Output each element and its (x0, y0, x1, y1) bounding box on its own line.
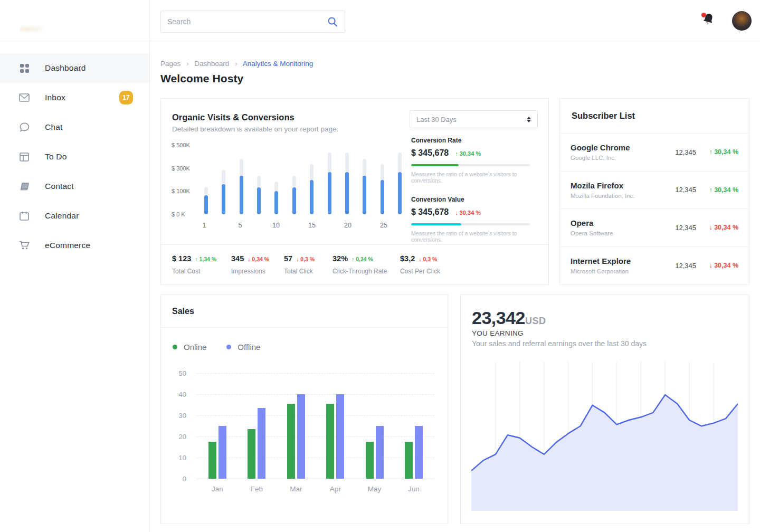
sales-legend: Online Offline (173, 343, 260, 352)
stat-impressions: 345↓ 0,34 % Impressions (231, 254, 284, 275)
breadcrumb-dashboard[interactable]: Dashboard (194, 60, 229, 68)
earnings-card: 23,342 USD YOU EARNING Your sales and re… (460, 294, 749, 524)
organic-visits-card: Organic Visits & Conversions Detailed br… (160, 98, 549, 285)
calendar-icon (19, 211, 30, 221)
y-axis-labels: $ 500K$ 300K$ 100K$ 0 K (172, 145, 199, 214)
date-range-select[interactable]: Last 30 Days (410, 110, 538, 128)
subscriber-delta: ↑ 30,34 % (705, 148, 738, 156)
sidebar-item-chat[interactable]: Chat (0, 112, 149, 142)
logo-zone (0, 0, 150, 42)
sidebar-item-label: Dashboard (45, 63, 86, 73)
inbox-badge: 17 (119, 91, 133, 104)
subscriber-count: 12,345 (675, 262, 696, 270)
metric-value: $ 345,678 (411, 148, 449, 158)
sidebar-item-label: To Do (45, 152, 67, 162)
stats-row: $ 123↑ 1,34 % Total Cost 345↓ 0,34 % Imp… (172, 254, 542, 275)
x-axis-labels: JanFebMarAprMayJun (197, 485, 434, 493)
legend-online[interactable]: Online (173, 343, 206, 352)
notifications-button[interactable] (702, 13, 718, 30)
earnings-amount: 23,342 (472, 308, 525, 328)
earnings-amount-row: 23,342 USD (472, 308, 546, 328)
card-title: Sales (172, 307, 194, 316)
chat-bubble-icon (19, 122, 30, 132)
search-input[interactable] (161, 11, 327, 32)
breadcrumb: Pages › Dashboard › Analytics & Monitori… (160, 60, 313, 68)
earnings-label: YOU EARNING (472, 329, 524, 337)
page-title: Welcome Hosty (160, 72, 243, 85)
subscriber-row[interactable]: Mozila FirefoxMozilla Foundation, Inc. 1… (560, 172, 749, 210)
subscriber-count: 12,345 (675, 186, 696, 194)
card-title: Subscriber List (572, 111, 635, 121)
card-subtitle: Detailed breakdown is available on your … (172, 125, 338, 133)
conversion-metrics: Conversion Rate $ 345,678 ↑ 30,34 % Meas… (411, 137, 539, 255)
subscriber-row[interactable]: OperaOpera Software 12,345 ↓ 30,34 % (560, 209, 749, 247)
card-title: Organic Visits & Conversions (172, 112, 294, 122)
sidebar-item-inbox[interactable]: Inbox 17 (0, 83, 149, 112)
earnings-currency: USD (525, 316, 546, 327)
x-axis-labels: 1510152025 (204, 222, 402, 230)
sales-card: Sales Online Offline 50403020100 JanFebM… (160, 294, 448, 524)
sidebar-item-ecommerce[interactable]: eCommerce (0, 231, 149, 260)
earnings-caption: Your sales and referral earnings over th… (472, 339, 647, 348)
legend-dot-icon (226, 345, 231, 349)
subscriber-count: 12,345 (675, 148, 696, 156)
bars-area (204, 148, 402, 214)
metric-value: $ 345,678 (411, 207, 449, 217)
metric-caption: Measures the ratio of a website's visito… (411, 171, 539, 184)
subscriber-delta: ↓ 30,34 % (705, 224, 738, 231)
address-book-icon (19, 181, 30, 192)
search-icon[interactable] (327, 16, 338, 27)
layout-icon (19, 151, 30, 162)
divider (161, 244, 548, 245)
earnings-area-chart (471, 362, 738, 511)
cart-icon (19, 240, 30, 251)
subscriber-row[interactable]: Google ChromeGoogle LLC, Inc. 12,345 ↑ 3… (560, 134, 749, 172)
sidebar-item-contact[interactable]: Contact (0, 172, 149, 201)
stat-total-cost: $ 123↑ 1,34 % Total Cost (172, 254, 231, 275)
subscriber-row[interactable]: Internet ExploreMicrosoft Corporation 12… (560, 247, 749, 285)
brand-logo (20, 25, 44, 33)
sidebar-item-label: Contact (45, 182, 74, 191)
breadcrumb-pages[interactable]: Pages (160, 60, 180, 68)
conversion-rate-metric: Conversion Rate $ 345,678 ↑ 30,34 % Meas… (411, 137, 539, 184)
sidebar-item-dashboard[interactable]: Dashboard (0, 53, 149, 83)
date-range-value: Last 30 Days (416, 116, 527, 124)
sidebar-item-label: Chat (45, 122, 63, 132)
subscriber-count: 12,345 (675, 224, 696, 232)
sidebar-item-todo[interactable]: To Do (0, 142, 149, 172)
top-bar (0, 0, 760, 42)
plot-area (197, 373, 434, 479)
organic-bar-chart: $ 500K$ 300K$ 100K$ 0 K 1510152025 (172, 145, 410, 234)
card-header: Subscriber List (560, 99, 749, 134)
conversion-value-metric: Conversion Value $ 345,678 ↓ 30,34 % Mea… (411, 196, 539, 243)
legend-offline[interactable]: Offline (226, 343, 260, 352)
subscriber-delta: ↑ 30,34 % (705, 186, 738, 194)
subscriber-list-card: Subscriber List Google ChromeGoogle LLC,… (559, 98, 749, 285)
sidebar: Dashboard Inbox 17 Chat To Do Contact (0, 42, 150, 532)
legend-dot-icon (173, 345, 177, 349)
metric-delta: ↓ 30,34 % (455, 210, 481, 216)
envelope-icon (19, 92, 30, 103)
card-header: Sales (161, 295, 448, 328)
sidebar-item-calendar[interactable]: Calendar (0, 201, 149, 231)
metric-progress (411, 164, 530, 166)
sales-bar-chart: 50403020100 JanFebMarAprMayJun (174, 373, 438, 495)
stat-total-click: 57↓ 0,3 % Total Click (284, 254, 332, 275)
y-axis-labels: 50403020100 (174, 373, 186, 479)
sidebar-item-label: Calendar (45, 211, 79, 221)
stat-cpc: $3,2↓ 0,3 % Cost Per Click (400, 254, 440, 275)
sidebar-item-label: Inbox (45, 93, 65, 102)
grid-icon (19, 63, 30, 73)
metric-caption: Measures the ratio of a website's visito… (411, 230, 539, 243)
notification-dot (701, 13, 706, 17)
metric-progress (411, 223, 530, 225)
updown-arrows-icon (527, 117, 531, 122)
sidebar-item-label: eCommerce (45, 241, 90, 250)
stat-ctr: 32%↑ 0,34 % Click-Through Rate (332, 254, 400, 275)
subscriber-delta: ↓ 30,34 % (705, 262, 738, 269)
metric-delta: ↑ 30,34 % (455, 150, 481, 157)
search-box[interactable] (160, 11, 345, 33)
breadcrumb-current[interactable]: Analytics & Monitoring (243, 60, 314, 68)
user-avatar[interactable] (732, 11, 752, 31)
